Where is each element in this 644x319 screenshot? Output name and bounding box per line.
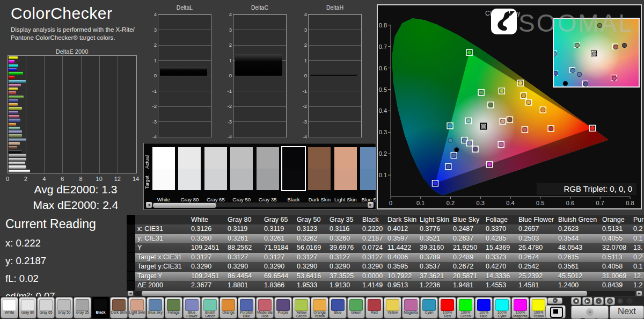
patch-button-bluish-green[interactable]: Bluish Green	[201, 297, 219, 318]
patch-button-orange[interactable]: Orange	[219, 297, 237, 318]
play-button[interactable]: ▶	[582, 297, 592, 305]
patch-button-foliage[interactable]: Foliage	[165, 297, 182, 318]
patch-button-100-green[interactable]: 100% Green	[457, 297, 474, 318]
loop-button[interactable]: ∞	[605, 297, 615, 305]
scroll-right-icon[interactable]: ▶	[368, 202, 374, 208]
table-column-header: Blue Flower	[516, 215, 556, 224]
table-cell: 1.2400	[556, 281, 600, 291]
eject-button[interactable]: ▲	[547, 298, 562, 304]
table-cell: 0.3260	[189, 234, 225, 244]
patch-button-gray-50[interactable]: Gray 50	[55, 297, 73, 318]
patch-button-100-magenta[interactable]: 100% Magenta	[511, 297, 529, 318]
patch-button-gray-80[interactable]: Gray 80	[19, 297, 36, 318]
page-title: ColorChecker	[11, 4, 135, 23]
patch-button-dark-skin[interactable]: Dark Skin	[110, 297, 128, 318]
de-bar	[9, 170, 30, 172]
table-cell: 0.2542	[516, 262, 556, 272]
back-button[interactable]: «Back	[571, 306, 609, 319]
de-bar	[9, 80, 26, 83]
patch-label: Black	[279, 197, 308, 202]
patch-button-100-blue[interactable]: 100% Blue	[475, 297, 493, 318]
table-cell: 1.9481	[451, 281, 484, 291]
patch-button-black[interactable]: Black	[92, 297, 109, 318]
table-cell: 0.3290	[262, 262, 295, 272]
patch-button-label: 100% Red	[439, 310, 456, 318]
table-cell: 0.3290	[360, 262, 385, 272]
deltal-title: DeltaL	[158, 4, 211, 11]
table-cell: 0.3290	[189, 262, 225, 272]
table-cell: 0.3290	[295, 262, 327, 272]
patch-button-label: Gray 50	[56, 310, 72, 314]
table-cell: 0.3370	[484, 224, 516, 234]
strip-scroll-track[interactable]	[152, 202, 368, 207]
patch-button-swatch	[203, 299, 217, 311]
patch-actual-swatch	[360, 147, 376, 169]
patch-button-cyan[interactable]: Cyan	[420, 297, 438, 318]
patch-button-light-skin[interactable]: Light Skin	[128, 297, 146, 318]
next-button[interactable]: Next»	[610, 306, 644, 319]
patch-button-swatch	[386, 299, 399, 311]
patch-button-yellow-green[interactable]: Yellow Green	[292, 297, 310, 318]
patch-button-blue[interactable]: Blue	[329, 297, 347, 318]
patch-button-100-cyan[interactable]: 100% Cyan	[493, 297, 511, 318]
patch-button-moderate-red[interactable]: Moderate Red	[256, 297, 274, 318]
patch-button-label: Moderate Red	[257, 310, 273, 318]
secondary-controls: ↻	[615, 296, 644, 306]
colorchecker-screen: ColorChecker Display analysis is perform…	[0, 0, 644, 319]
delta-gridline	[158, 45, 211, 46]
table-cell: 39.6976	[327, 243, 360, 253]
table-scroll-thumb[interactable]	[142, 291, 587, 296]
strip-scrollbar[interactable]: ◀ ▶	[146, 202, 374, 208]
table-scrollbar[interactable]: ◀ ▶	[128, 291, 642, 296]
patch-button-100-red[interactable]: 100% Red	[438, 297, 456, 318]
table-column-header: Black	[360, 215, 385, 224]
table-cell: 0.2672	[451, 262, 484, 272]
deltah-title: DeltaH	[308, 4, 362, 11]
stop-button[interactable]: ■	[571, 297, 581, 305]
table-scroll-left-icon[interactable]: ◀	[128, 291, 133, 296]
max-de2000: Max dE2000: 2.4	[0, 197, 151, 213]
patch-button-gray-65[interactable]: Gray 65	[37, 297, 55, 318]
patch-button-blue-flower[interactable]: Blue Flower	[183, 297, 201, 318]
table-cell: 1.4149	[360, 281, 385, 291]
table-row: y: CIE310.32600.32610.32610.32620.32600.…	[127, 234, 644, 244]
strip-patch: Gray 50	[230, 147, 253, 190]
strip-patch: Gray 80	[178, 147, 201, 190]
table-cell: 0.3261	[262, 234, 295, 244]
scroll-left-icon[interactable]: ◀	[146, 202, 152, 208]
de-bar	[9, 107, 22, 110]
table-cell: 0.4012	[385, 224, 418, 234]
strip-scroll-thumb[interactable]	[153, 203, 216, 208]
table-cell: 0.3126	[189, 224, 225, 234]
soomal-logo-icon	[491, 9, 517, 34]
patch-button-gray-35[interactable]: Gray 35	[74, 297, 91, 318]
de-bar	[9, 146, 17, 149]
patch-button-green[interactable]: Green	[347, 297, 365, 318]
table-cell: 56.0169	[295, 243, 327, 253]
patch-button-purplish-blue[interactable]: Purplish Blue	[238, 297, 255, 318]
delta-gridline	[309, 91, 361, 91]
refresh-icon[interactable]: ↻	[617, 298, 623, 304]
table-scroll-track[interactable]	[134, 291, 635, 296]
patch-button-orange-yellow[interactable]: Orange Yellow	[311, 297, 328, 318]
patch-button-white[interactable]: White	[1, 297, 18, 318]
de-bar	[9, 64, 18, 67]
table-cell: 88.2562	[225, 243, 262, 253]
patch-button-red[interactable]: Red	[365, 297, 383, 318]
table-cell: 0.2489	[451, 253, 484, 263]
patch-button-swatch	[349, 299, 363, 311]
patch-button-purple[interactable]: Purple	[274, 297, 292, 318]
table-cell: 0.8439	[600, 281, 631, 291]
strip-patch: Blue Sky	[360, 147, 376, 190]
patch-button-blue-sky[interactable]: Blue Sky	[147, 297, 164, 318]
de-bar	[9, 96, 24, 98]
patch-button-yellow[interactable]: Yellow	[384, 297, 401, 318]
table-scroll-right-icon[interactable]: ▶	[636, 291, 642, 296]
delta-y-tick-label: 4	[298, 11, 307, 17]
patch-button-magenta[interactable]: Magenta	[402, 297, 420, 318]
delta-gridline	[158, 30, 211, 30]
table-row: Target x:CIE310.31270.31270.31270.31270.…	[127, 253, 644, 263]
reading-x: x: 0.222	[5, 237, 96, 249]
step-button[interactable]: ▪	[594, 297, 604, 305]
patch-button-swatch	[459, 299, 472, 311]
